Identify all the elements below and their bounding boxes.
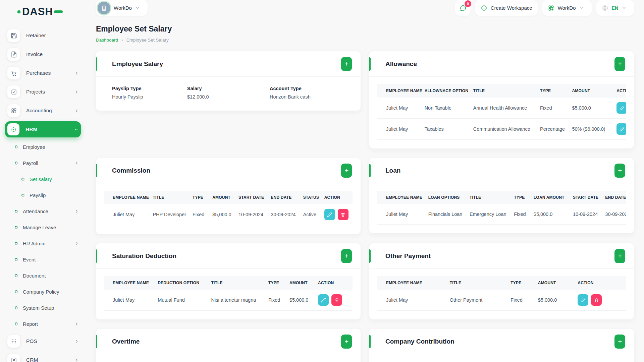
sidebar-item-label: Report	[23, 321, 38, 327]
table-cell: Juliet May	[377, 119, 421, 140]
add-loan-button[interactable]	[614, 164, 625, 178]
language-selector[interactable]: EN	[596, 0, 634, 16]
projects-icon	[7, 85, 20, 98]
allowance-table: EMPLOYEE NAMEALLOWNACE OPTIONTITLETYPEAM…	[377, 84, 626, 140]
retainer-icon	[7, 29, 20, 42]
table-cell: 30-09-2024	[601, 204, 626, 224]
table-row: Juliet MayTaxablesCommunication Allowanc…	[377, 119, 626, 140]
sidebar-item-purchases[interactable]: Purchases	[7, 64, 81, 82]
add-commission-button[interactable]	[341, 164, 352, 178]
chevron-right-icon	[74, 161, 79, 166]
field-account-type: Account Type Horizon Bank cash	[270, 86, 351, 100]
language-code: EN	[612, 5, 618, 11]
sidebar-item-invoice[interactable]: Invoice	[7, 45, 81, 64]
sidebar-item-attendance[interactable]: Attendance	[7, 203, 81, 219]
edit-button[interactable]	[578, 294, 588, 306]
sidebar-item-hrm[interactable]: HRM	[5, 121, 81, 137]
sidebar-item-set-salary[interactable]: Set salary	[7, 171, 81, 187]
column-header: EMPLOYEE NAME	[104, 276, 154, 290]
delete-button[interactable]	[591, 294, 602, 306]
table-cell: $5,000.0	[568, 98, 612, 119]
page-content: Employee Set Salary Dashboard › Employee…	[86, 16, 644, 362]
sidebar-item-document[interactable]: Document	[7, 267, 81, 284]
chevron-right-icon	[74, 71, 79, 76]
table-cell: Percentage	[536, 119, 568, 140]
table-cell: Emergency Loan	[466, 204, 510, 224]
bullet-icon	[21, 194, 24, 197]
column-header: ACTION	[314, 276, 353, 290]
allowance-card: Allowance EMPLOYEE NAMEALLOWNACE OPTIONT…	[369, 51, 634, 148]
pos-icon	[7, 335, 20, 348]
column-header: TYPE	[264, 276, 285, 290]
sidebar-item-label: Event	[23, 257, 36, 262]
create-workspace-button[interactable]: Create Workspace	[475, 0, 538, 16]
bullet-icon	[15, 242, 18, 245]
allowance-table-wrap: EMPLOYEE NAMEALLOWNACE OPTIONTITLETYPEAM…	[377, 84, 626, 140]
bullet-icon	[15, 145, 18, 148]
sidebar-item-projects[interactable]: Projects	[7, 82, 81, 101]
edit-button[interactable]	[324, 209, 335, 220]
page-title: Employee Set Salary	[96, 24, 634, 34]
sidebar-item-label: Purchases	[26, 70, 51, 76]
edit-button[interactable]	[616, 102, 626, 114]
main-area: WorkDo 0 Create Workspace	[86, 0, 644, 362]
sidebar-item-accounting[interactable]: Accounting	[7, 101, 81, 120]
sidebar-item-label: HR Admin	[23, 241, 46, 246]
delete-button[interactable]	[331, 294, 342, 306]
brand-logo[interactable]: DASH	[0, 0, 86, 23]
logo-dash-icon	[54, 10, 63, 13]
messages-button[interactable]: 0	[455, 0, 471, 16]
sidebar-item-crm[interactable]: CRM	[7, 351, 81, 362]
actions-cell	[314, 290, 353, 311]
sidebar-item-payroll[interactable]: Payroll	[7, 155, 81, 171]
edit-button[interactable]	[318, 294, 329, 306]
sidebar-item-event[interactable]: Event	[7, 251, 81, 267]
add-company-contribution-button[interactable]	[614, 335, 625, 349]
card-title: Employee Salary	[112, 60, 163, 68]
add-employee-salary-button[interactable]	[341, 57, 352, 71]
sidebar-item-retainer[interactable]: Retainer	[7, 26, 81, 45]
column-header: EMPLOYEE NAME	[104, 191, 149, 204]
sidebar-item-manage-leave[interactable]: Manage Leave	[7, 219, 81, 235]
sidebar-item-label: Company Policy	[23, 289, 59, 295]
table-cell: Juliet May	[377, 290, 446, 311]
column-header: TYPE	[510, 191, 530, 204]
sidebar-item-label: Retainer	[26, 33, 46, 39]
edit-button[interactable]	[616, 123, 626, 135]
sidebar-item-report[interactable]: Report	[7, 316, 81, 332]
chevron-down-icon	[579, 5, 584, 10]
table-cell: Fixed	[510, 204, 530, 224]
plus-circle-icon	[481, 5, 487, 11]
breadcrumb-dashboard-link[interactable]: Dashboard	[96, 38, 118, 43]
add-allowance-button[interactable]	[614, 57, 625, 71]
column-header: ACTION	[612, 84, 626, 98]
table-cell: Nisi a tenetur magna	[207, 290, 264, 311]
column-header: START DATE	[569, 191, 601, 204]
field-payslip-type: Payslip Type Hourly Payslip	[112, 86, 187, 100]
app-layout: DASH RetainerInvoicePurchasesProjectsAcc…	[0, 0, 644, 362]
sidebar-item-employee[interactable]: Employee	[7, 139, 81, 155]
add-saturation-deduction-button[interactable]	[341, 249, 352, 263]
commission-table-wrap: EMPLOYEE NAMETITLETYPEAMOUNTSTART DATEEN…	[104, 191, 353, 225]
sidebar-item-label: System Setup	[23, 305, 54, 311]
delete-button[interactable]	[338, 209, 348, 220]
table-cell: Fixed	[506, 290, 534, 311]
workspace-menu-button[interactable]: WorkDo	[542, 0, 592, 16]
card-title: Company Contribution	[385, 338, 454, 345]
sidebar-item-pos[interactable]: POS	[7, 332, 81, 351]
add-overtime-button[interactable]	[341, 335, 352, 349]
chevron-down-icon	[135, 5, 140, 10]
sidebar-item-hr-admin[interactable]: HR Admin	[7, 235, 81, 251]
sidebar-item-company-policy[interactable]: Company Policy	[7, 284, 81, 300]
sidebar-item-label: POS	[26, 338, 37, 344]
sidebar-item-payslip[interactable]: Payslip	[7, 187, 81, 203]
table-cell: Fixed	[264, 290, 285, 311]
actions-cell	[612, 119, 626, 140]
workspace-switcher[interactable]: WorkDo	[96, 0, 148, 16]
column-header: TITLE	[469, 84, 536, 98]
sidebar-item-label: Invoice	[26, 51, 43, 57]
add-other-payment-button[interactable]	[614, 249, 625, 263]
breadcrumb: Dashboard › Employee Set Salary	[96, 37, 634, 43]
table-cell: Juliet May	[377, 98, 421, 119]
sidebar-item-system-setup[interactable]: System Setup	[7, 300, 81, 316]
